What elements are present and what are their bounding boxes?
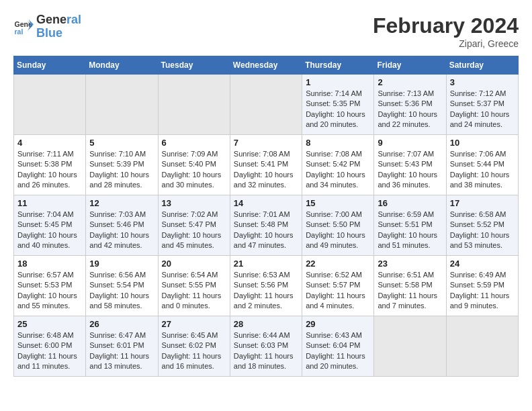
header-cell-friday: Friday [374, 56, 446, 75]
day-info: Sunrise: 7:13 AM Sunset: 5:36 PM Dayligh… [378, 89, 442, 130]
calendar-cell: 4Sunrise: 7:11 AM Sunset: 5:38 PM Daylig… [14, 135, 86, 195]
calendar-cell: 1Sunrise: 7:14 AM Sunset: 5:35 PM Daylig… [302, 75, 374, 135]
day-info: Sunrise: 7:06 AM Sunset: 5:44 PM Dayligh… [450, 149, 515, 191]
day-number: 23 [378, 259, 442, 269]
day-info: Sunrise: 7:08 AM Sunset: 5:41 PM Dayligh… [234, 149, 298, 191]
day-number: 27 [162, 319, 226, 329]
day-info: Sunrise: 7:09 AM Sunset: 5:40 PM Dayligh… [162, 149, 226, 191]
calendar-cell: 2Sunrise: 7:13 AM Sunset: 5:36 PM Daylig… [374, 75, 446, 135]
day-number: 13 [162, 198, 226, 208]
day-number: 4 [17, 138, 82, 148]
calendar-cell [446, 316, 518, 377]
calendar-cell: 6Sunrise: 7:09 AM Sunset: 5:40 PM Daylig… [158, 135, 230, 195]
day-info: Sunrise: 7:12 AM Sunset: 5:37 PM Dayligh… [450, 89, 515, 130]
calendar-cell: 9Sunrise: 7:07 AM Sunset: 5:43 PM Daylig… [374, 135, 446, 195]
header: Gene ral General Blue February 2024 Zipa… [13, 13, 519, 49]
calendar-cell: 5Sunrise: 7:10 AM Sunset: 5:39 PM Daylig… [86, 135, 158, 195]
day-info: Sunrise: 6:47 AM Sunset: 6:01 PM Dayligh… [89, 330, 154, 372]
day-number: 21 [234, 259, 298, 269]
day-number: 22 [306, 259, 370, 269]
logo-icon: Gene ral [13, 17, 34, 37]
day-number: 26 [89, 319, 154, 329]
day-info: Sunrise: 6:44 AM Sunset: 6:03 PM Dayligh… [234, 330, 298, 372]
calendar-cell: 21Sunrise: 6:53 AM Sunset: 5:56 PM Dayli… [230, 256, 302, 316]
day-number: 10 [450, 138, 515, 148]
calendar-cell: 18Sunrise: 6:57 AM Sunset: 5:53 PM Dayli… [14, 256, 86, 316]
calendar-body: 1Sunrise: 7:14 AM Sunset: 5:35 PM Daylig… [14, 75, 519, 377]
day-number: 2 [378, 77, 442, 87]
day-info: Sunrise: 7:08 AM Sunset: 5:42 PM Dayligh… [306, 149, 370, 191]
header-cell-monday: Monday [86, 56, 158, 75]
day-info: Sunrise: 6:45 AM Sunset: 6:02 PM Dayligh… [162, 330, 226, 372]
day-number: 19 [89, 259, 154, 269]
day-info: Sunrise: 7:14 AM Sunset: 5:35 PM Dayligh… [306, 89, 370, 130]
day-info: Sunrise: 7:07 AM Sunset: 5:43 PM Dayligh… [378, 149, 442, 191]
day-number: 1 [306, 77, 370, 87]
header-cell-wednesday: Wednesday [230, 56, 302, 75]
calendar-cell: 14Sunrise: 7:01 AM Sunset: 5:48 PM Dayli… [230, 195, 302, 256]
day-info: Sunrise: 6:54 AM Sunset: 5:55 PM Dayligh… [162, 270, 226, 312]
main-title: February 2024 [373, 13, 519, 38]
day-number: 25 [17, 319, 82, 329]
calendar-cell: 15Sunrise: 7:00 AM Sunset: 5:50 PM Dayli… [302, 195, 374, 256]
day-info: Sunrise: 7:04 AM Sunset: 5:45 PM Dayligh… [17, 210, 82, 251]
calendar-cell: 13Sunrise: 7:02 AM Sunset: 5:47 PM Dayli… [158, 195, 230, 256]
day-number: 29 [306, 319, 370, 329]
day-number: 20 [162, 259, 226, 269]
calendar-cell [374, 316, 446, 377]
calendar-header: SundayMondayTuesdayWednesdayThursdayFrid… [14, 56, 519, 75]
week-row-3: 11Sunrise: 7:04 AM Sunset: 5:45 PM Dayli… [14, 195, 519, 256]
day-info: Sunrise: 6:57 AM Sunset: 5:53 PM Dayligh… [17, 270, 82, 312]
header-cell-sunday: Sunday [14, 56, 86, 75]
header-cell-thursday: Thursday [302, 56, 374, 75]
day-info: Sunrise: 7:00 AM Sunset: 5:50 PM Dayligh… [306, 210, 370, 251]
day-number: 12 [89, 198, 154, 208]
calendar-cell: 19Sunrise: 6:56 AM Sunset: 5:54 PM Dayli… [86, 256, 158, 316]
calendar-cell: 20Sunrise: 6:54 AM Sunset: 5:55 PM Dayli… [158, 256, 230, 316]
day-number: 7 [234, 138, 298, 148]
week-row-4: 18Sunrise: 6:57 AM Sunset: 5:53 PM Dayli… [14, 256, 519, 316]
logo-text: General Blue [36, 13, 81, 40]
calendar-cell: 22Sunrise: 6:52 AM Sunset: 5:57 PM Dayli… [302, 256, 374, 316]
calendar-cell: 25Sunrise: 6:48 AM Sunset: 6:00 PM Dayli… [14, 316, 86, 377]
logo: Gene ral General Blue [13, 13, 81, 40]
calendar-cell: 28Sunrise: 6:44 AM Sunset: 6:03 PM Dayli… [230, 316, 302, 377]
day-number: 3 [450, 77, 515, 87]
subtitle: Zipari, Greece [373, 38, 519, 49]
calendar-cell: 3Sunrise: 7:12 AM Sunset: 5:37 PM Daylig… [446, 75, 518, 135]
calendar-cell: 7Sunrise: 7:08 AM Sunset: 5:41 PM Daylig… [230, 135, 302, 195]
calendar-cell: 26Sunrise: 6:47 AM Sunset: 6:01 PM Dayli… [86, 316, 158, 377]
calendar-cell: 12Sunrise: 7:03 AM Sunset: 5:46 PM Dayli… [86, 195, 158, 256]
header-cell-tuesday: Tuesday [158, 56, 230, 75]
day-number: 11 [17, 198, 82, 208]
day-number: 14 [234, 198, 298, 208]
calendar-cell: 17Sunrise: 6:58 AM Sunset: 5:52 PM Dayli… [446, 195, 518, 256]
week-row-5: 25Sunrise: 6:48 AM Sunset: 6:00 PM Dayli… [14, 316, 519, 377]
calendar-cell: 10Sunrise: 7:06 AM Sunset: 5:44 PM Dayli… [446, 135, 518, 195]
week-row-2: 4Sunrise: 7:11 AM Sunset: 5:38 PM Daylig… [14, 135, 519, 195]
svg-text:ral: ral [15, 27, 24, 35]
calendar-cell: 29Sunrise: 6:43 AM Sunset: 6:04 PM Dayli… [302, 316, 374, 377]
day-info: Sunrise: 7:03 AM Sunset: 5:46 PM Dayligh… [89, 210, 154, 251]
calendar-cell: 27Sunrise: 6:45 AM Sunset: 6:02 PM Dayli… [158, 316, 230, 377]
day-info: Sunrise: 7:01 AM Sunset: 5:48 PM Dayligh… [234, 210, 298, 251]
day-info: Sunrise: 6:56 AM Sunset: 5:54 PM Dayligh… [89, 270, 154, 312]
calendar-cell: 24Sunrise: 6:49 AM Sunset: 5:59 PM Dayli… [446, 256, 518, 316]
day-number: 15 [306, 198, 370, 208]
day-number: 16 [378, 198, 442, 208]
day-info: Sunrise: 6:52 AM Sunset: 5:57 PM Dayligh… [306, 270, 370, 312]
header-cell-saturday: Saturday [446, 56, 518, 75]
day-number: 9 [378, 138, 442, 148]
day-number: 28 [234, 319, 298, 329]
day-info: Sunrise: 6:59 AM Sunset: 5:51 PM Dayligh… [378, 210, 442, 251]
calendar-cell [230, 75, 302, 135]
day-number: 5 [89, 138, 154, 148]
calendar-table: SundayMondayTuesdayWednesdayThursdayFrid… [13, 56, 519, 377]
day-info: Sunrise: 6:51 AM Sunset: 5:58 PM Dayligh… [378, 270, 442, 312]
day-number: 24 [450, 259, 515, 269]
day-info: Sunrise: 6:58 AM Sunset: 5:52 PM Dayligh… [450, 210, 515, 251]
calendar-cell: 16Sunrise: 6:59 AM Sunset: 5:51 PM Dayli… [374, 195, 446, 256]
header-row: SundayMondayTuesdayWednesdayThursdayFrid… [14, 56, 519, 75]
day-info: Sunrise: 6:48 AM Sunset: 6:00 PM Dayligh… [17, 330, 82, 372]
day-number: 8 [306, 138, 370, 148]
